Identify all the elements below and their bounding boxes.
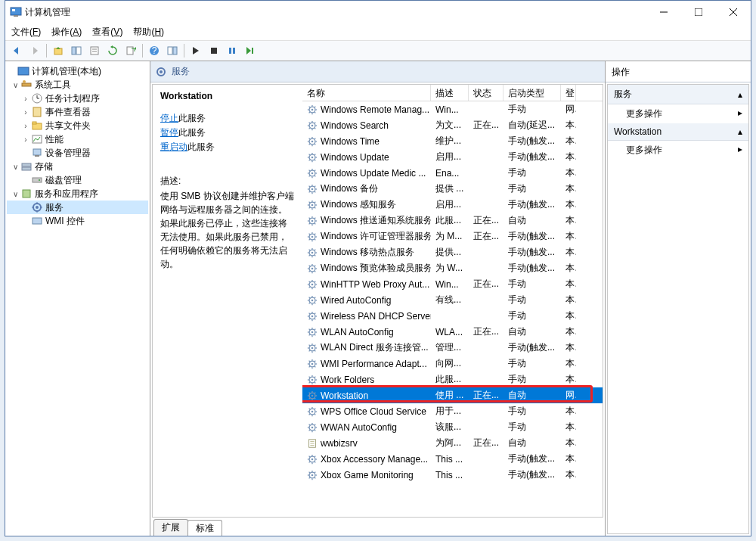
show-hide-console-tree[interactable]: [68, 42, 85, 59]
service-row[interactable]: wwbizsrv为阿...正在...自动本: [302, 435, 603, 451]
start-service-button[interactable]: [187, 42, 204, 59]
svg-line-165: [314, 287, 315, 288]
service-row[interactable]: Windows Time维护...手动(触发...本: [302, 133, 603, 149]
tree-storage[interactable]: ∨存储: [7, 160, 148, 173]
service-row[interactable]: Workstation使用 ...正在...自动网: [302, 387, 603, 403]
tree-system-tools[interactable]: ∨系统工具: [7, 78, 148, 92]
tree-services-apps[interactable]: ∨服务和应用程序: [7, 187, 148, 201]
svg-line-254: [309, 424, 310, 424]
col-startup-type[interactable]: 启动类型: [503, 85, 561, 101]
svg-point-69: [311, 140, 314, 142]
svg-line-278: [309, 471, 310, 472]
properties-button[interactable]: [86, 42, 103, 59]
svg-line-145: [314, 255, 315, 256]
service-row[interactable]: Work Folders此服...手动本: [302, 372, 603, 387]
restart-service-button[interactable]: [242, 42, 259, 59]
svg-line-127: [314, 217, 315, 218]
refresh-button[interactable]: [104, 42, 121, 59]
svg-point-149: [311, 267, 314, 269]
actions-section-workstation[interactable]: Workstation▴: [608, 123, 748, 141]
service-row[interactable]: Windows Update启用...手动(触发...本: [302, 149, 603, 165]
service-row[interactable]: Wired AutoConfig有线...手动本: [302, 292, 603, 308]
tree-event-viewer[interactable]: ›事件查看器: [7, 105, 148, 119]
service-row[interactable]: WLAN Direct 服务连接管...管理...手动(触发...本: [302, 340, 603, 356]
col-description[interactable]: 描述: [431, 85, 469, 101]
navigation-tree[interactable]: 计算机管理(本地) ∨系统工具 ›任务计划程序 ›事件查看器 ›共享文件夹 ›性…: [5, 61, 150, 536]
svg-point-249: [311, 426, 314, 428]
actions-header: 操作: [606, 61, 751, 82]
service-row[interactable]: Windows 移动热点服务提供...手动(触发...本: [302, 244, 603, 260]
menu-view[interactable]: 查看(V): [92, 26, 122, 39]
menu-help[interactable]: 帮助(H): [133, 26, 164, 39]
tree-root[interactable]: 计算机管理(本地): [7, 64, 148, 78]
service-row[interactable]: WLAN AutoConfigWLA...正在...自动本: [302, 324, 603, 340]
tree-wmi[interactable]: WMI 控件: [7, 214, 148, 228]
tree-task-scheduler[interactable]: ›任务计划程序: [7, 92, 148, 105]
service-row[interactable]: WinHTTP Web Proxy Aut...Win...正在...手动本: [302, 276, 603, 292]
svg-point-89: [311, 172, 314, 174]
minimize-button[interactable]: [646, 1, 681, 23]
close-button[interactable]: [716, 1, 751, 23]
service-row[interactable]: Windows 预览体验成员服务为 W...手动(触发...本: [302, 260, 603, 276]
svg-line-195: [314, 334, 315, 335]
svg-line-75: [314, 144, 315, 145]
tree-services[interactable]: 服务: [7, 201, 148, 214]
svg-rect-8: [72, 47, 76, 54]
service-row[interactable]: Xbox Accessory Manage...This ...手动(触发...…: [302, 451, 603, 467]
center-tabs: 扩展 标准: [150, 519, 605, 536]
col-status[interactable]: 状态: [469, 85, 503, 101]
svg-line-268: [309, 455, 310, 456]
up-button[interactable]: [50, 42, 67, 59]
action-more-2[interactable]: 更多操作▸: [608, 141, 748, 160]
svg-point-59: [311, 124, 314, 126]
window: 计算机管理 文件(F) 操作(A) 查看(V) 帮助(H) ? 计算机管理(本地…: [5, 0, 751, 536]
col-name[interactable]: 名称: [302, 85, 431, 101]
service-row[interactable]: Windows 备份提供 ...手动本: [302, 181, 603, 197]
stop-service-button[interactable]: [206, 42, 222, 59]
svg-line-106: [309, 191, 310, 192]
services-list[interactable]: 名称 描述 状态 启动类型 登 Windows Remote Manag...W…: [302, 85, 603, 517]
svg-point-239: [311, 410, 314, 412]
service-row[interactable]: Windows Search为文...正在...自动(延迟...本: [302, 117, 603, 133]
service-row[interactable]: Windows Remote Manag...Win...手动网: [302, 101, 603, 117]
svg-line-237: [314, 392, 315, 393]
tab-extended[interactable]: 扩展: [153, 519, 188, 536]
svg-line-175: [314, 303, 315, 303]
pause-link[interactable]: 暂停: [160, 127, 178, 138]
col-logon[interactable]: 登: [561, 85, 576, 101]
maximize-button[interactable]: [681, 1, 716, 23]
chevron-right-icon: ▸: [738, 144, 742, 157]
restart-link[interactable]: 重启动: [160, 141, 187, 152]
svg-point-159: [311, 283, 314, 285]
service-row[interactable]: Xbox Game MonitoringThis ...手动(触发...本: [302, 467, 603, 483]
export-button[interactable]: [122, 42, 139, 59]
svg-line-269: [314, 462, 315, 462]
service-row[interactable]: Windows 感知服务启用...手动(触发...本: [302, 197, 603, 213]
service-row[interactable]: Wireless PAN DHCP Server手动本: [302, 308, 603, 324]
forward-button[interactable]: [26, 42, 43, 59]
service-row[interactable]: WMI Performance Adapt...向网...手动本: [302, 356, 603, 372]
actions-section-services[interactable]: 服务▴: [608, 85, 748, 104]
menu-file[interactable]: 文件(F): [11, 26, 41, 39]
service-row[interactable]: Windows 推送通知系统服务此服...正在...自动本: [302, 213, 603, 229]
action-more-1[interactable]: 更多操作▸: [608, 104, 748, 123]
svg-rect-28: [33, 107, 41, 117]
toolbar: ?: [5, 40, 751, 61]
menu-action[interactable]: 操作(A): [51, 26, 82, 39]
tree-device-manager[interactable]: 设备管理器: [7, 146, 148, 160]
tree-disk-management[interactable]: 磁盘管理: [7, 173, 148, 187]
service-row[interactable]: Windows 许可证管理器服务为 M...正在...手动(触发...本: [302, 229, 603, 244]
svg-line-117: [314, 201, 315, 202]
tab-standard[interactable]: 标准: [187, 520, 222, 536]
back-button[interactable]: [8, 42, 25, 59]
tree-shared-folders[interactable]: ›共享文件夹: [7, 119, 148, 132]
tree-performance[interactable]: ›性能: [7, 132, 148, 146]
stop-link[interactable]: 停止: [160, 113, 178, 123]
service-row[interactable]: WWAN AutoConfig该服...手动本: [302, 419, 603, 435]
pause-service-button[interactable]: [224, 42, 240, 59]
show-hide-action-pane[interactable]: [164, 42, 181, 59]
svg-line-186: [309, 319, 310, 319]
service-row[interactable]: WPS Office Cloud Service用于...手动本: [302, 403, 603, 419]
help-button[interactable]: ?: [146, 42, 163, 59]
service-row[interactable]: Windows Update Medic ...Ena...手动本: [302, 165, 603, 181]
